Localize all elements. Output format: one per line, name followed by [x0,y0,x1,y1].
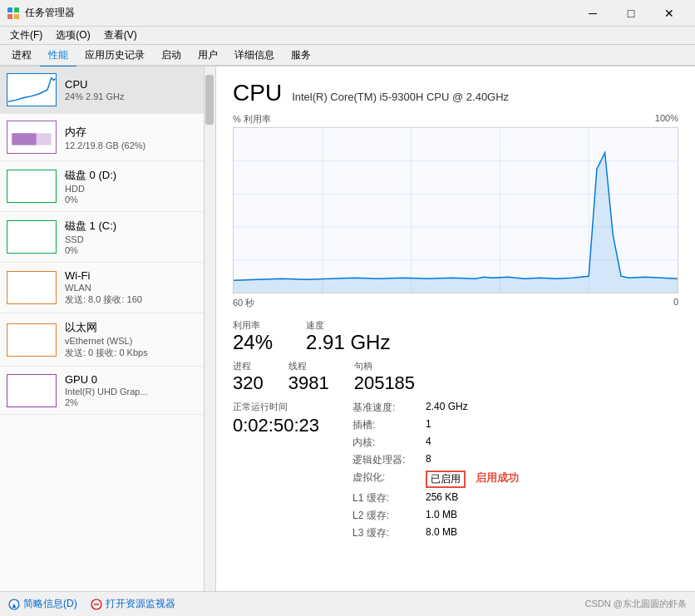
minimize-button[interactable]: ─ [574,0,612,27]
wifi-sub2: 发送: 8.0 接收: 160 [65,293,209,306]
ethernet-sub1: vEthernet (WSL) [65,336,209,346]
cpu-info: CPU 24% 2.91 GHz [65,78,209,101]
svg-rect-3 [14,14,19,19]
stats-row2: 进程 320 线程 3981 句柄 205185 [233,360,678,394]
stat-handle: 句柄 205185 [354,360,415,394]
svg-rect-5 [12,133,36,145]
monitor-icon [91,599,102,610]
sidebar-scrollbar[interactable] [204,67,215,591]
disk1-sub1: SSD [65,234,209,244]
speed-label: 速度 [306,319,390,332]
stat-speed: 速度 2.91 GHz [306,319,390,353]
sidebar-item-cpu[interactable]: CPU 24% 2.91 GHz [0,67,215,114]
sidebar-item-wifi[interactable]: Wi-Fi WLAN 发送: 8.0 接收: 160 [0,263,215,313]
gpu-thumb [7,374,57,407]
disk0-sub1: HDD [65,184,209,194]
l3-label: L3 缓存: [352,526,419,540]
socket-value: 1 [426,418,431,432]
info-l1: L1 缓存: 256 KB [352,491,519,505]
detail-panel: CPU Intel(R) Core(TM) i5-9300H CPU @ 2.4… [216,67,695,591]
process-value: 320 [233,372,264,394]
logical-value: 8 [426,453,431,467]
watermark: CSDN @东北圆圆的虾条 [585,598,687,610]
sidebar-item-memory[interactable]: 内存 12.2/19.8 GB (62%) [0,114,215,161]
memory-thumb [7,121,57,154]
svg-rect-0 [7,7,12,12]
info-virt: 虚拟化: 已启用 启用成功 [352,471,519,488]
gpu-info: GPU 0 Intel(R) UHD Grap... 2% [65,373,209,407]
virt-label: 虚拟化: [352,471,419,488]
detail-title: CPU [233,80,282,106]
utilization-value: 24% [233,332,273,353]
menu-view[interactable]: 查看(V) [97,27,144,44]
menu-file[interactable]: 文件(F) [3,27,49,44]
summary-link[interactable]: ▲ 简略信息(D) [8,597,77,611]
thread-label: 线程 [288,360,329,372]
utilization-label: 利用率 [233,319,273,332]
wifi-sub1: WLAN [65,283,209,293]
stat-thread: 线程 3981 [288,360,329,394]
sidebar-item-gpu[interactable]: GPU 0 Intel(R) UHD Grap... 2% [0,367,215,415]
process-label: 进程 [233,360,264,372]
uptime-label: 正常运行时间 [233,401,319,413]
svg-marker-14 [234,153,678,293]
svg-rect-2 [7,14,12,19]
ethernet-thumb [7,323,57,357]
stat-process: 进程 320 [233,360,264,394]
window-controls: ─ □ ✕ [574,0,688,27]
stats-row1: 利用率 24% 速度 2.91 GHz [233,319,678,353]
bottom-stats: 正常运行时间 0:02:50:23 基准速度: 2.40 GHz 插槽: 1 内… [233,401,678,544]
menu-bar: 文件(F) 选项(O) 查看(V) [0,27,695,45]
tab-details[interactable]: 详细信息 [226,45,283,67]
disk1-name: 磁盘 1 (C:) [65,219,209,234]
sidebar-item-disk0[interactable]: 磁盘 0 (D:) HDD 0% [0,161,215,212]
stat-utilization: 利用率 24% [233,319,273,353]
l2-value: 1.0 MB [426,509,457,523]
l3-value: 8.0 MB [426,526,457,540]
base-speed-value: 2.40 GHz [426,401,468,415]
tab-users[interactable]: 用户 [190,45,226,67]
tab-process[interactable]: 进程 [3,45,40,67]
disk0-thumb [7,170,57,203]
uptime-block: 正常运行时间 0:02:50:23 [233,401,319,544]
tab-performance[interactable]: 性能 [40,45,76,67]
tab-services[interactable]: 服务 [283,45,319,67]
cpu-thumb [7,73,57,106]
disk0-name: 磁盘 0 (D:) [65,168,209,183]
wifi-thumb [7,271,57,304]
wifi-info: Wi-Fi WLAN 发送: 8.0 接收: 160 [65,269,209,306]
close-button[interactable]: ✕ [650,0,688,27]
speed-value: 2.91 GHz [306,332,390,353]
summary-icon: ▲ [8,599,20,610]
chart-x-right: 0 [673,297,678,309]
bottom-bar: ▲ 简略信息(D) 打开资源监视器 CSDN @东北圆圆的虾条 [0,591,695,616]
core-value: 4 [426,436,431,450]
l2-label: L2 缓存: [352,509,419,523]
cpu-sub: 24% 2.91 GHz [65,91,209,101]
maximize-button[interactable]: □ [612,0,650,27]
disk1-info: 磁盘 1 (C:) SSD 0% [65,219,209,255]
tab-app-history[interactable]: 应用历史记录 [76,45,153,67]
handle-label: 句柄 [354,360,415,372]
core-label: 内核: [352,436,419,450]
memory-name: 内存 [65,125,209,140]
uptime-value: 0:02:50:23 [233,415,319,436]
svg-rect-1 [14,7,19,12]
base-speed-label: 基准速度: [352,401,419,415]
chart-label-top: % 利用率 100% [233,113,678,126]
info-core: 内核: 4 [352,436,519,450]
sidebar-item-ethernet[interactable]: 以太网 vEthernet (WSL) 发送: 0 接收: 0 Kbps [0,313,215,367]
memory-info: 内存 12.2/19.8 GB (62%) [65,125,209,150]
app-icon [7,7,20,20]
tab-startup[interactable]: 启动 [153,45,190,67]
info-l2: L2 缓存: 1.0 MB [352,509,519,523]
gpu-sub2: 2% [65,397,209,407]
sidebar-item-disk1[interactable]: 磁盘 1 (C:) SSD 0% [0,212,215,263]
monitor-link[interactable]: 打开资源监视器 [91,597,175,611]
svg-text:▲: ▲ [11,602,17,609]
memory-sub: 12.2/19.8 GB (62%) [65,140,209,150]
detail-subtitle: Intel(R) Core(TM) i5-9300H CPU @ 2.40GHz [292,91,509,103]
logical-label: 逻辑处理器: [352,453,419,467]
virt-value: 已启用 [426,471,466,488]
menu-options[interactable]: 选项(O) [49,27,96,44]
